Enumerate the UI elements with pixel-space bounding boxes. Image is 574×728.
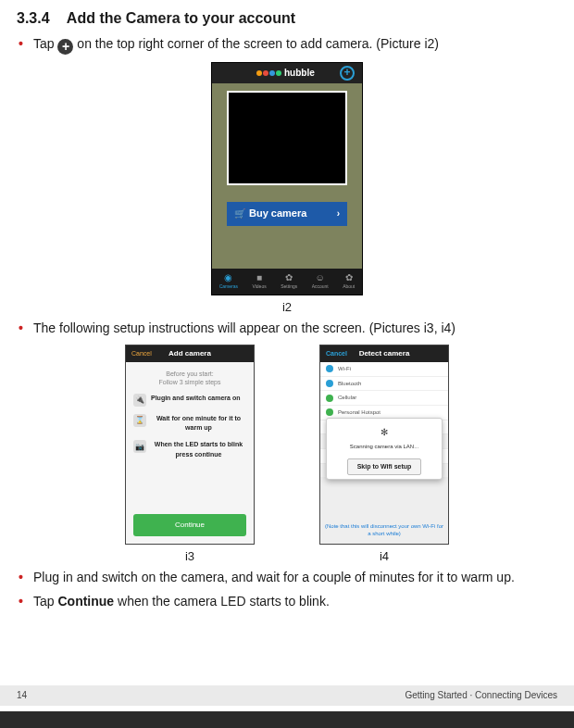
chevron-right-icon: ›: [337, 207, 340, 221]
i3-body: Before you start: Follow 3 simple steps …: [126, 362, 254, 474]
tab-label: Settings: [281, 283, 297, 290]
caption-i2: i2: [211, 299, 363, 317]
continue-button[interactable]: Continue: [133, 514, 246, 536]
row-label: Cellular: [338, 394, 356, 402]
bullet-2: The following setup instructions will ap…: [17, 319, 557, 337]
row-label: Bluetooth: [338, 380, 361, 388]
i3-before-text: Before you start: Follow 3 simple steps: [133, 370, 246, 386]
figure-i2: hubble + 🛒 Buy camera › ◉ Cameras ■ Vide…: [211, 62, 363, 317]
i3-step-1: 🔌 Plugin and switch camera on: [133, 394, 246, 407]
i2-topbar: hubble +: [212, 63, 362, 83]
bullet-4-post: when the camera LED starts to blink.: [114, 594, 330, 609]
disconnect-note: (Note that this will disconnect your own…: [324, 523, 444, 538]
phone-i4: Cancel Detect camera Wi-Fi Bluetooth Cel…: [319, 345, 449, 545]
list-item[interactable]: Wi-Fi: [320, 362, 448, 377]
i4-header: Cancel Detect camera: [320, 345, 448, 362]
tab-label: About: [343, 283, 355, 290]
bullet-4-bold: Continue: [57, 594, 114, 609]
i3-title: Add camera: [168, 348, 211, 359]
hotspot-icon: [326, 408, 333, 416]
continue-label: Continue: [175, 521, 205, 529]
bullet-3: Plug in and switch on the camera, and wa…: [17, 568, 557, 586]
tab-label: Account: [312, 283, 329, 290]
tab-about[interactable]: ✿ About: [343, 273, 355, 290]
cart-icon: 🛒: [234, 207, 245, 221]
step-3-text: When the LED starts to blink press conti…: [151, 440, 246, 458]
spinner-icon: ✻: [331, 426, 438, 440]
camera-icon: ◉: [224, 273, 232, 282]
buy-camera-label: Buy camera: [245, 207, 337, 221]
tab-account[interactable]: ☺ Account: [312, 273, 329, 290]
figure-i3: Cancel Add camera Before you start: Foll…: [125, 345, 255, 566]
plug-icon: 🔌: [133, 394, 146, 407]
caption-i4: i4: [319, 548, 449, 566]
logo-dot-icon: [276, 70, 281, 76]
camera-video-placeholder: [227, 91, 347, 185]
section-number: 3.3.4: [17, 7, 63, 29]
wifi-icon: [326, 365, 333, 372]
tab-videos[interactable]: ■ Videos: [252, 273, 266, 290]
bluetooth-icon: [326, 380, 333, 387]
bullet-1-text-pre: Tap: [33, 36, 57, 51]
bullet-3-text: Plug in and switch on the camera, and wa…: [33, 570, 515, 584]
scanning-text: Scanning camera via LAN...: [331, 443, 438, 451]
page-number: 14: [17, 689, 27, 703]
hourglass-icon: ⌛: [133, 414, 146, 427]
i4-title: Detect camera: [359, 348, 410, 359]
i3-header: Cancel Add camera: [126, 345, 254, 362]
account-icon: ☺: [316, 273, 325, 282]
step-2-text: Wait for one minute for it to warm up: [151, 414, 246, 433]
logo-text: hubble: [284, 67, 315, 81]
row-label: Personal Hotspot: [338, 408, 381, 417]
row-label: Wi-Fi: [338, 365, 351, 373]
list-item[interactable]: Bluetooth: [320, 377, 448, 392]
figure-i4: Cancel Detect camera Wi-Fi Bluetooth Cel…: [319, 345, 449, 566]
bottom-strip: [0, 711, 574, 728]
i3-step-3: 📷 When the LED starts to blink press con…: [133, 440, 246, 458]
bullet-1-text-post: on the top right corner of the screen to…: [77, 36, 439, 51]
bullet-1: Tap + on the top right corner of the scr…: [17, 34, 557, 55]
cellular-icon: [326, 395, 333, 402]
scanning-modal: ✻ Scanning camera via LAN... Skip to Wif…: [326, 418, 443, 480]
i2-tabbar: ◉ Cameras ■ Videos ✿ Settings ☺ Account …: [212, 269, 362, 295]
list-item[interactable]: Cellular: [320, 391, 448, 406]
footer-bar: 14 Getting Started · Connecting Devices: [0, 685, 574, 706]
tab-label: Videos: [252, 283, 266, 290]
camera-icon: 📷: [133, 440, 146, 453]
video-icon: ■: [256, 273, 262, 282]
before-line1: Before you start:: [166, 370, 213, 377]
section-heading: 3.3.4 Add the Camera to your account: [17, 7, 557, 29]
phone-i2: hubble + 🛒 Buy camera › ◉ Cameras ■ Vide…: [211, 62, 363, 295]
before-line2: Follow 3 simple steps: [159, 379, 221, 385]
hubble-logo: hubble: [256, 67, 315, 81]
buy-camera-button[interactable]: 🛒 Buy camera ›: [227, 202, 347, 226]
footer-text: Getting Started · Connecting Devices: [405, 689, 557, 703]
logo-dot-icon: [269, 70, 275, 76]
skip-wifi-button[interactable]: Skip to Wifi setup: [347, 458, 422, 475]
bullet-4-pre: Tap: [33, 594, 57, 609]
tab-settings[interactable]: ✿ Settings: [281, 273, 297, 290]
caption-i3: i3: [125, 548, 255, 566]
gear-icon: ✿: [285, 273, 293, 282]
logo-dot-icon: [263, 70, 268, 76]
logo-dot-icon: [256, 70, 262, 76]
cancel-button[interactable]: Cancel: [326, 349, 347, 358]
skip-label: Skip to Wifi setup: [357, 463, 412, 470]
phone-i3: Cancel Add camera Before you start: Foll…: [125, 345, 255, 545]
step-1-text: Plugin and switch camera on: [151, 394, 240, 403]
about-icon: ✿: [345, 273, 353, 282]
bullet-4: Tap Continue when the camera LED starts …: [17, 592, 557, 610]
tab-label: Cameras: [219, 283, 238, 290]
tab-cameras[interactable]: ◉ Cameras: [219, 273, 238, 290]
bullet-2-text: The following setup instructions will ap…: [33, 320, 455, 335]
section-title: Add the Camera to your account: [67, 10, 295, 26]
cancel-button[interactable]: Cancel: [131, 349, 152, 358]
i3-step-2: ⌛ Wait for one minute for it to warm up: [133, 414, 246, 433]
add-camera-plus-icon[interactable]: +: [340, 66, 355, 81]
plus-icon: +: [57, 39, 73, 55]
